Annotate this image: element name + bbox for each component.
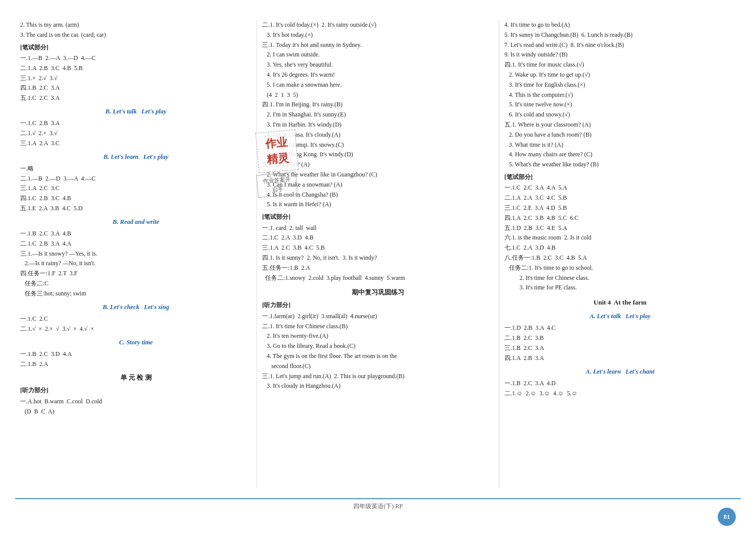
col3-line-1: 4. It's time to go to bed.(A) [505, 20, 736, 30]
col2-line-21: 二.1.C 2.A 3.D 4.B [262, 233, 493, 243]
col3-line-18: 三.1.C 2.E 3.A 4.D 5.B [505, 203, 736, 213]
col1-line-24: 二.1.√ × 2.× √ 3.√ × 4.√ × [20, 324, 251, 334]
footer-bar: 四年级英语(下) RP 81 [15, 498, 741, 511]
col2-bracket-1: [笔试部分] [262, 212, 493, 222]
col2-line-28: 2. It's ten twenty-five.(A) [262, 331, 493, 341]
col3-line-4: 9. Is it windy outside? (B) [505, 50, 736, 60]
col3-line-9: 5. It's nine twelve now.(×) [505, 100, 736, 110]
col3-line-17: 二.1.A 2.A 3.C 4.C 5.B [505, 193, 736, 203]
col1-section-b-read: B. Read and write [20, 217, 251, 227]
col1-line-26: 二.1.B 2.A [20, 359, 251, 370]
col1-section-story: C. Story time [20, 337, 251, 348]
col2-line-32: 三.1. Let's jump and run.(A) 2. This is o… [262, 372, 493, 382]
col2-line-11: 3. I'm in Harbin. It's windy.(D) [262, 120, 493, 130]
col1-line-17: 二.1.C 2.B 3.A 4.A [20, 239, 251, 249]
col2-bracket-2: [听力部分] [262, 300, 493, 310]
col1-line-6: 四.1.B 2.C 3.A [20, 83, 251, 93]
col3-line-7: 3. It's time for English class.(×) [505, 80, 736, 90]
col1-line-3: 一.1.—B 2.—A 3.—D 4.—C [20, 53, 251, 64]
col3-line-31: 一.1.B 2.C 3.A 4.D [505, 379, 736, 389]
watermark-text: 作业 精灵 [256, 130, 299, 173]
col3-line-13: 3. What time is it? (A) [505, 140, 736, 150]
col2-line-33: 3. It's cloudy in Hangzhou.(A) [262, 381, 493, 391]
col1-line-18: 三.1.—Is it snowy? —Yes, it is. [20, 249, 251, 259]
col3-line-16: 一.1.C 2.C 3.A 4.A 5.A [505, 183, 736, 193]
col3-section-a-learn: A. Let's learn Let's chant [505, 367, 736, 377]
col2-line-2: 3. It's hot today.(×) [262, 30, 493, 40]
col3-line-12: 2. Do you have a lunch room? (B) [505, 130, 736, 140]
col2-line-19: 5. Is it warm in Hefei? (A) [262, 200, 493, 210]
col3-line-30: 四.1.A 2.B 3.A [505, 353, 736, 364]
col1-section-b-talk: B. Let's talk Let's play [20, 106, 251, 117]
col1-line-19: 2.—Is it rainy? —No, it isn't. [20, 259, 251, 269]
col3-line-15: 5. What's the weather like today? (B) [505, 160, 736, 170]
col2-review-header: 期中复习巩固练习 [262, 287, 493, 298]
col1-line-4: 二.1.A 2.B 3.C 4.B 5.B [20, 64, 251, 74]
col3-bracket-1: [笔试部分] [505, 172, 736, 182]
content-area: 2. This is my arm. (arm) 3. The card is … [15, 20, 741, 488]
col1-line-8: 一.1.C 2.B 3.A [20, 118, 251, 129]
col2-line-25: 任务二:1.snowy 2.cold 3.play football 4.sun… [262, 273, 493, 283]
col1-line-12: 二.1.—B 2.—D 3.—A 4.—C [20, 174, 251, 184]
col1-section-b-learn: B. Let's learn Let's play [20, 152, 251, 162]
col1-line-25: 一.1.B 2.C 3.D 4.A [20, 349, 251, 359]
col3-line-27: 一.1.D 2.B 3.A 4.C [505, 323, 736, 333]
col3-line-21: 六.1. is the music room 2. Is it cold [505, 233, 736, 243]
col3-line-32: 二.1.☺ 2.☺ 3.☺ 4.☺ 5.☺ [505, 389, 736, 399]
col2-line-26: 一.1.farm(ar) 2.girl(ir) 3.small(al) 4.nu… [262, 312, 493, 322]
col1-line-13: 三.1.A 2.C 3.C [20, 184, 251, 194]
column-2: 作业 精灵 作业答案开启手 二.1. It's cold today.(×) 2… [257, 20, 499, 488]
col3-line-26: 3. It's time for PE class. [505, 283, 736, 293]
col1-line-15: 五.1.E 2.A 3.B 4.C 5.D [20, 204, 251, 214]
col1-line-1: 2. This is my arm. (arm) [20, 20, 251, 30]
watermark-line2: 精灵 [266, 151, 289, 166]
col3-line-19: 四.1.A 2.C 3.B 4.B 5.C 6.C [505, 213, 736, 223]
col3-line-3: 7. Let's read and write.(C) 8. It's nine… [505, 40, 736, 50]
page-wrapper: 2. This is my arm. (arm) 3. The card is … [0, 0, 756, 541]
col2-line-1: 二.1. It's cold today.(×) 2. It's rainy o… [262, 20, 493, 30]
col1-line-21: 任务二:C [20, 279, 251, 289]
col3-line-14: 4. How many chairs are there? (C) [505, 150, 736, 160]
col1-line-2: 3. The card is on the car. (card; car) [20, 30, 251, 40]
col2-line-4: 2. I can swim outside. [262, 50, 493, 60]
col3-line-29: 三.1.B 2.C 3.A [505, 343, 736, 353]
col2-line-22: 三.1.A 2.C 3.B 4.C 5.B [262, 243, 493, 253]
col1-line-16: 一.1.B 2.C 3.A 4.B [20, 229, 251, 239]
col2-line-31: second floor.(C) [262, 362, 493, 372]
footer-text: 四年级英语(下) RP [353, 503, 403, 510]
col1-line-9: 二.1.√ 2.× 3.√ [20, 129, 251, 139]
col2-line-3: 三.1. Today it's hot and sunny in Sydney. [262, 40, 493, 50]
col1-line-27: 一.A.hot B.warm C.cool D.cold [20, 397, 251, 407]
col3-line-10: 6. It's cold and snowy.(√) [505, 110, 736, 120]
col3-section-a-talk: A. Let's talk Let's play [505, 311, 736, 322]
col1-line-11: 一.略 [20, 164, 251, 174]
col3-line-28: 二.1.B 2.C 3.B [505, 333, 736, 343]
col2-line-24: 五.任务一:1.B 2.A [262, 263, 493, 273]
column-3: 4. It's time to go to bed.(A) 5. It's su… [499, 20, 741, 488]
col2-line-23: 四.1. Is it sunny? 2. No, it isn't. 3. Is… [262, 253, 493, 263]
col3-line-11: 五.1. Where is your classroom? (A) [505, 120, 736, 130]
watermark-line1: 作业 [265, 136, 288, 150]
col2-line-5: 3. Yes, she's very beautiful. [262, 60, 493, 70]
watermark-subtitle: 作业答案开启手 [257, 171, 298, 198]
col3-unit4-header: Unit 4 At the farm [505, 297, 736, 308]
column-1: 2. This is my arm. (arm) 3. The card is … [15, 20, 257, 488]
col1-line-22: 任务三:hot; sunny; swim [20, 289, 251, 299]
col3-line-2: 5. It's sunny in Changchun.(B) 6. Lunch … [505, 30, 736, 40]
col2-line-10: 2. I'm in Shanghai. It's sunny.(E) [262, 110, 493, 120]
col2-line-6: 4. It's 26 degrees. It's warm! [262, 70, 493, 80]
col2-line-30: 4. The gym is on the first floor. The ar… [262, 351, 493, 362]
col1-unit-test: 单 元 检 测 [20, 372, 251, 383]
col2-line-8: (4 2 1 3 5) [262, 90, 493, 100]
col3-line-8: 4. This is the computer.(√) [505, 90, 736, 100]
page-number: 81 [718, 508, 736, 526]
col2-line-7: 5. I can make a snowman here. [262, 80, 493, 90]
col1-bracket-1: [笔试部分] [20, 42, 251, 52]
col3-line-22: 七.1.C 2.A 3.D 4.B [505, 243, 736, 253]
col1-line-5: 三.1.× 2.√ 3.√ [20, 74, 251, 84]
col3-line-23: 八.任务一:1.B 2.C 3.C 4.B 5.A [505, 253, 736, 263]
col1-line-14: 四.1.C 2.B 3.C 4.B [20, 194, 251, 204]
col3-line-5: 四.1. It's time for music class.(√) [505, 60, 736, 70]
col1-line-23: 一.1.C 2.C [20, 314, 251, 324]
col1-bracket-2: [听力部分] [20, 385, 251, 395]
